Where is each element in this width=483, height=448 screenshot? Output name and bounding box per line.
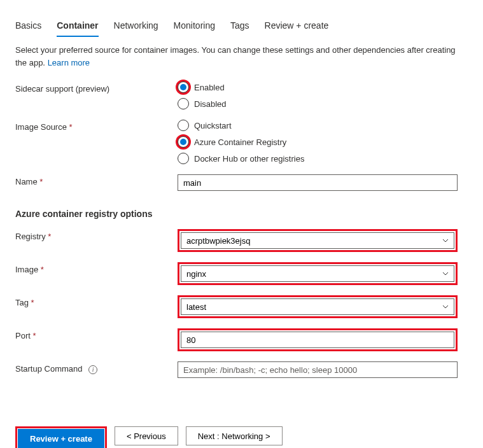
name-label: Name * (15, 174, 178, 186)
radio-icon (178, 98, 189, 109)
radio-icon (178, 153, 189, 164)
review-create-button[interactable]: Review + create (18, 429, 104, 448)
image-source-acr-radio[interactable]: Azure Container Registry (178, 136, 458, 148)
footer: Review + create < Previous Next : Networ… (15, 416, 468, 448)
startup-input[interactable] (178, 361, 458, 378)
sidecar-label: Sidecar support (preview) (15, 81, 178, 94)
tab-container[interactable]: Container (57, 15, 98, 37)
radio-label: Quickstart (194, 121, 232, 130)
registry-select[interactable] (181, 232, 454, 249)
image-source-label: Image Source * (15, 120, 178, 132)
radio-icon (178, 136, 189, 148)
image-select[interactable] (181, 265, 454, 282)
image-source-docker-radio[interactable]: Docker Hub or other registries (178, 153, 458, 164)
tab-networking[interactable]: Networking (114, 15, 158, 37)
sidecar-enabled-radio[interactable]: Enabled (178, 81, 458, 93)
startup-label: Startup Command i (15, 361, 178, 374)
image-label: Image * (15, 262, 178, 274)
port-input[interactable] (181, 332, 454, 348)
radio-icon (178, 120, 189, 131)
tab-basics[interactable]: Basics (15, 15, 41, 37)
tab-monitoring[interactable]: Monitoring (174, 15, 215, 37)
registry-label: Registry * (15, 229, 178, 241)
radio-label: Enabled (194, 83, 225, 92)
tab-review[interactable]: Review + create (265, 15, 329, 37)
name-input[interactable] (178, 174, 458, 191)
tag-select[interactable] (181, 298, 454, 315)
tag-label: Tag * (15, 295, 178, 307)
radio-icon (178, 81, 189, 93)
radio-label: Docker Hub or other registries (194, 154, 304, 164)
image-source-quickstart-radio[interactable]: Quickstart (178, 120, 458, 131)
tab-bar: Basics Container Networking Monitoring T… (15, 15, 468, 38)
sidecar-disabled-radio[interactable]: Disabled (178, 98, 458, 109)
port-label: Port * (15, 328, 178, 340)
next-button[interactable]: Next : Networking > (186, 426, 283, 445)
radio-label: Azure Container Registry (194, 137, 286, 147)
info-icon[interactable]: i (88, 365, 97, 374)
previous-button[interactable]: < Previous (115, 426, 178, 445)
tab-tags[interactable]: Tags (230, 15, 249, 37)
radio-label: Disabled (194, 99, 227, 109)
acr-section-header: Azure container registry options (15, 209, 468, 219)
description: Select your preferred source for contain… (15, 44, 468, 69)
learn-more-link[interactable]: Learn more (48, 58, 90, 67)
